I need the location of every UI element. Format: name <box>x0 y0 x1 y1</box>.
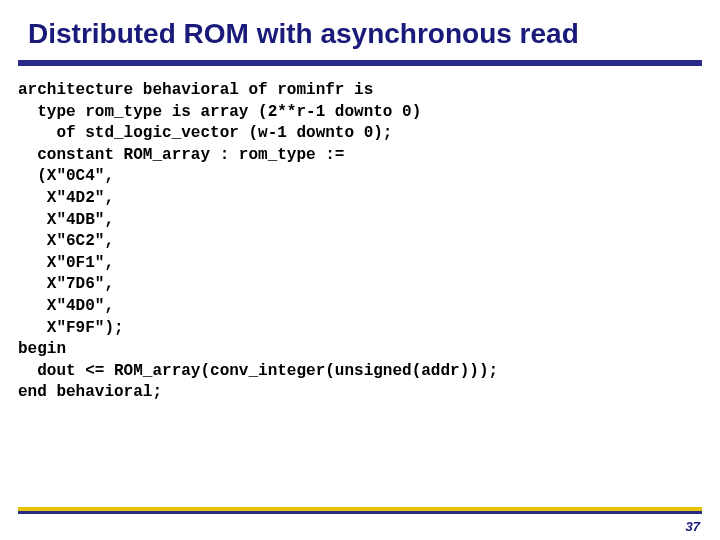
code-line: X"6C2", <box>18 232 114 250</box>
code-line: architecture behavioral of rominfr is <box>18 81 373 99</box>
code-line: X"0F1", <box>18 254 114 272</box>
code-line: end behavioral; <box>18 383 162 401</box>
code-line: X"7D6", <box>18 275 114 293</box>
code-line: X"4DB", <box>18 211 114 229</box>
code-line: (X"0C4", <box>18 167 114 185</box>
page-number: 37 <box>686 519 700 534</box>
code-line: X"F9F"); <box>18 319 124 337</box>
code-line: of std_logic_vector (w-1 downto 0); <box>18 124 392 142</box>
code-line: type rom_type is array (2**r-1 downto 0) <box>18 103 421 121</box>
slide: Distributed ROM with asynchronous read a… <box>0 0 720 540</box>
code-line: begin <box>18 340 66 358</box>
code-line: X"4D0", <box>18 297 114 315</box>
slide-title: Distributed ROM with asynchronous read <box>0 0 720 60</box>
code-line: X"4D2", <box>18 189 114 207</box>
code-line: constant ROM_array : rom_type := <box>18 146 354 164</box>
code-line: dout <= ROM_array(conv_integer(unsigned(… <box>18 362 508 380</box>
code-block: architecture behavioral of rominfr is ty… <box>0 66 720 404</box>
footer-rule <box>18 507 702 514</box>
